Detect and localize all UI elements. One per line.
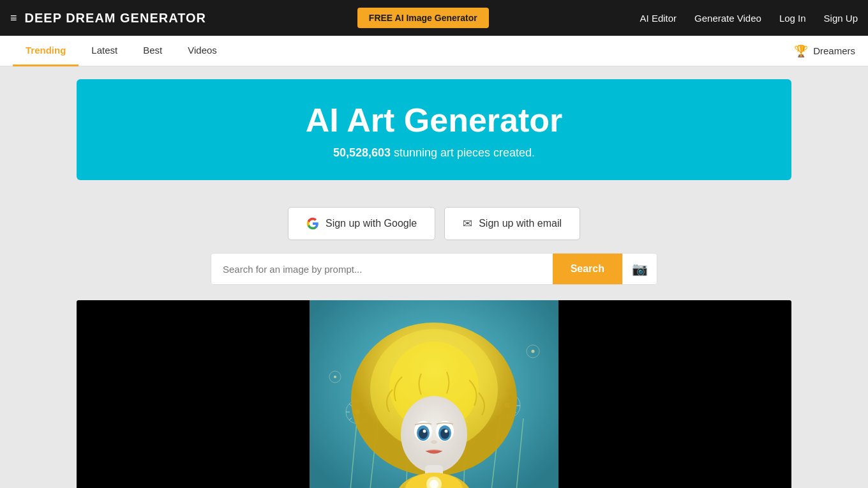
ai-editor-link[interactable]: AI Editor	[640, 13, 677, 24]
google-icon	[306, 217, 319, 230]
svg-point-48	[423, 430, 426, 433]
header-left: ≡ DEEP DREAM GENERATOR	[10, 11, 206, 26]
signup-row: Sign up with Google ✉ Sign up with email	[288, 207, 580, 240]
svg-point-40	[401, 396, 467, 473]
image-left-black	[77, 300, 310, 488]
sub-navigation: Trending Latest Best Videos 🏆 Dreamers	[0, 36, 868, 66]
subnav-right: 🏆 Dreamers	[794, 44, 855, 58]
camera-icon: 📷	[632, 261, 648, 277]
search-button[interactable]: Search	[553, 254, 622, 284]
search-input[interactable]	[211, 254, 553, 284]
svg-point-50	[431, 440, 437, 444]
hero-subtitle: 50,528,603 stunning art pieces created.	[89, 146, 779, 160]
signup-email-button[interactable]: ✉ Sign up with email	[444, 207, 580, 240]
featured-artwork	[310, 300, 558, 488]
trophy-icon: 🏆	[794, 44, 808, 58]
dreamers-label[interactable]: Dreamers	[813, 45, 855, 56]
hero-banner: AI Art Generator 50,528,603 stunning art…	[77, 79, 791, 180]
email-icon: ✉	[463, 217, 472, 231]
center-area: AI Art Generator 50,528,603 stunning art…	[0, 66, 868, 488]
page-content: AI Art Generator 50,528,603 stunning art…	[0, 66, 868, 488]
search-row: Search 📷	[211, 253, 657, 285]
sign-up-link[interactable]: Sign Up	[824, 13, 858, 24]
signup-google-button[interactable]: Sign up with Google	[288, 207, 435, 240]
subnav-item-trending[interactable]: Trending	[13, 36, 79, 66]
subnav-item-latest[interactable]: Latest	[79, 36, 130, 66]
signup-email-label: Sign up with email	[479, 218, 562, 229]
menu-icon[interactable]: ≡	[10, 11, 17, 25]
svg-point-47	[440, 429, 449, 439]
log-in-link[interactable]: Log In	[779, 13, 806, 24]
svg-point-36	[334, 376, 336, 378]
image-right-black	[558, 300, 791, 488]
main-image-area	[77, 300, 791, 488]
subnav-left: Trending Latest Best Videos	[13, 36, 230, 66]
signup-google-label: Sign up with Google	[326, 218, 417, 229]
header-right: AI Editor Generate Video Log In Sign Up	[640, 13, 858, 24]
free-ai-button[interactable]: FREE AI Image Generator	[357, 8, 489, 28]
svg-point-34	[532, 350, 535, 353]
generate-video-link[interactable]: Generate Video	[694, 13, 761, 24]
subnav-item-best[interactable]: Best	[130, 36, 175, 66]
camera-search-button[interactable]: 📷	[622, 254, 657, 284]
artwork-svg	[310, 300, 558, 488]
header-center: FREE AI Image Generator	[357, 8, 489, 28]
hero-count: 50,528,603	[333, 146, 391, 159]
svg-point-49	[445, 430, 448, 433]
hero-subtitle-text: stunning art pieces created.	[391, 146, 535, 159]
site-header: ≡ DEEP DREAM GENERATOR FREE AI Image Gen…	[0, 0, 868, 36]
search-container: Search 📷	[211, 253, 657, 285]
subnav-item-videos[interactable]: Videos	[175, 36, 230, 66]
svg-point-46	[419, 429, 428, 439]
hero-title: AI Art Generator	[89, 102, 779, 139]
site-logo: DEEP DREAM GENERATOR	[25, 11, 206, 26]
